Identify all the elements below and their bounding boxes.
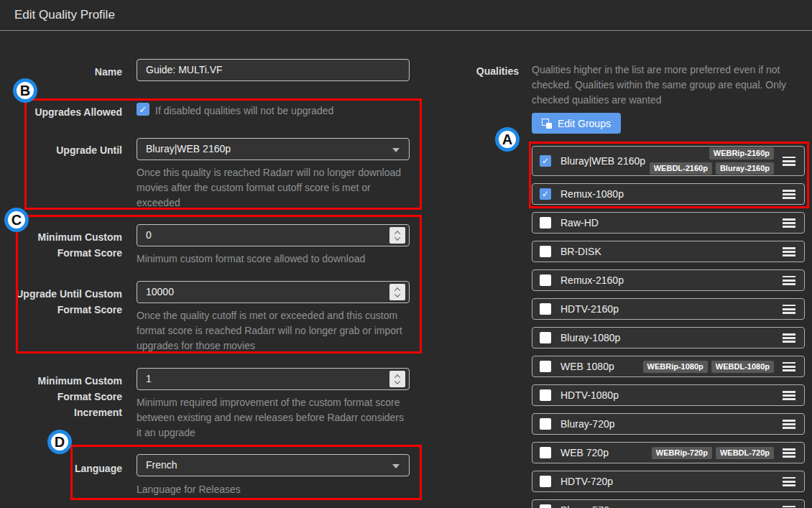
language-select[interactable]: French (137, 454, 410, 476)
quality-checkbox[interactable] (540, 303, 551, 315)
min-custom-format-score-increment-label: Minimum Custom Format Score Increment (0, 373, 122, 420)
quality-item[interactable]: HDTV-1080p (532, 384, 805, 406)
annotation-circle-c: C (4, 208, 29, 232)
quality-item[interactable]: Bluray-1080p (532, 327, 805, 348)
quality-badge: WEBRip-2160p (709, 147, 774, 160)
drag-handle-icon[interactable] (783, 157, 795, 166)
quality-badges: WEBRip-2160pWEBDL-2160pBluray-2160p (645, 147, 774, 175)
quality-checkbox[interactable] (540, 418, 551, 430)
upgrade-until-label: Upgrade Until (0, 142, 122, 158)
upgrades-allowed-label: Upgrades Allowed (0, 104, 122, 120)
modal-header: Edit Quality Profile (0, 0, 812, 31)
upgrade-until-custom-format-score-value: 10000 (146, 286, 174, 297)
quality-badge: Bluray-2160p (716, 162, 774, 175)
quality-label: Remux-1080p (560, 188, 624, 200)
quality-checkbox[interactable] (540, 476, 551, 487)
quality-checkbox[interactable] (540, 246, 551, 257)
quality-item[interactable]: Bluray-720p (532, 413, 805, 435)
language-value: French (146, 459, 177, 471)
quality-item[interactable]: HDTV-2160p (532, 298, 805, 320)
upgrades-allowed-checkbox[interactable] (137, 103, 149, 116)
upgrades-allowed-helper: If disabled qualities will not be upgrad… (155, 104, 333, 117)
upgrade-until-help: Once this quality is reached Radarr will… (137, 165, 411, 211)
up-down-chevron-icon[interactable] (389, 371, 405, 387)
annotation-circle-a: A (495, 127, 520, 152)
quality-checkbox[interactable] (540, 389, 551, 401)
drag-handle-icon[interactable] (783, 362, 795, 371)
quality-badge: WEBRip-720p (652, 447, 712, 459)
quality-label: WEB 1080p (560, 361, 614, 372)
quality-item[interactable]: Bluray-576p (532, 499, 805, 508)
quality-item[interactable]: WEB 720pWEBRip-720pWEBDL-720p (532, 442, 805, 463)
quality-checkbox[interactable] (540, 504, 551, 508)
quality-item[interactable]: BR-DISK (532, 241, 805, 262)
quality-label: BR-DISK (560, 246, 601, 257)
upgrade-until-custom-format-score-input[interactable]: 10000 (137, 281, 410, 303)
quality-checkbox[interactable] (540, 188, 551, 200)
qualities-list: Bluray|WEB 2160pWEBRip-2160pWEBDL-2160pB… (532, 146, 805, 508)
quality-item[interactable]: HDTV-720p (532, 471, 805, 492)
quality-label: Bluray-576p (560, 504, 615, 508)
up-down-chevron-icon[interactable] (389, 284, 405, 300)
quality-item[interactable]: WEB 1080pWEBRip-1080pWEBDL-1080p (532, 356, 805, 377)
quality-label: WEB 720p (560, 447, 609, 458)
qualities-label: Qualities (453, 65, 519, 77)
quality-badge: WEBDL-2160p (650, 162, 712, 175)
edit-groups-button[interactable]: Edit Groups (532, 113, 621, 134)
drag-handle-icon[interactable] (783, 218, 795, 228)
quality-checkbox[interactable] (540, 332, 551, 343)
upgrade-until-value: Bluray|WEB 2160p (146, 143, 231, 154)
caret-down-icon (392, 464, 400, 468)
quality-badge: WEBDL-1080p (711, 361, 774, 373)
quality-label: Bluray|WEB 2160p (560, 155, 645, 167)
drag-handle-icon[interactable] (783, 506, 795, 508)
quality-label: HDTV-720p (560, 476, 613, 487)
drag-handle-icon[interactable] (783, 391, 795, 400)
drag-handle-icon[interactable] (783, 305, 795, 314)
quality-badge: WEBRip-1080p (643, 361, 708, 373)
quality-checkbox[interactable] (540, 155, 551, 167)
quality-checkbox[interactable] (540, 217, 551, 228)
drag-handle-icon[interactable] (783, 276, 795, 285)
min-custom-format-score-increment-input[interactable]: 1 (137, 368, 410, 390)
upgrade-until-custom-format-score-help: Once the quality cutoff is met or exceed… (137, 308, 411, 354)
up-down-chevron-icon[interactable] (389, 227, 405, 244)
quality-label: Bluray-1080p (560, 332, 620, 343)
quality-label: Remux-2160p (560, 274, 624, 286)
min-custom-format-score-input[interactable]: 0 (137, 224, 410, 246)
page-title: Edit Quality Profile (14, 0, 115, 30)
quality-label: HDTV-2160p (560, 303, 619, 315)
drag-handle-icon[interactable] (783, 333, 795, 343)
quality-label: HDTV-1080p (560, 389, 619, 401)
quality-checkbox[interactable] (540, 361, 551, 372)
upgrade-until-custom-format-score-label: Upgrade Until Custom Format Score (0, 286, 122, 318)
annotation-circle-d: D (47, 430, 72, 454)
clone-icon (542, 119, 552, 129)
quality-item[interactable]: Remux-2160p (532, 269, 805, 291)
quality-item[interactable]: Remux-1080p (532, 183, 805, 205)
min-custom-format-score-value: 0 (146, 229, 152, 241)
caret-down-icon (392, 148, 400, 152)
quality-checkbox[interactable] (540, 447, 551, 458)
drag-handle-icon[interactable] (783, 420, 795, 429)
quality-badges: WEBRip-720pWEBDL-720p (652, 447, 774, 459)
quality-badges: WEBRip-1080pWEBDL-1080p (643, 361, 774, 373)
language-label: Language (0, 461, 122, 476)
quality-label: Raw-HD (560, 217, 599, 228)
drag-handle-icon[interactable] (783, 448, 795, 458)
quality-item[interactable]: Bluray|WEB 2160pWEBRip-2160pWEBDL-2160pB… (532, 146, 805, 176)
upgrade-until-select[interactable]: Bluray|WEB 2160p (137, 138, 410, 160)
name-input[interactable]: Guide: MULTi.VF (137, 59, 410, 81)
quality-item[interactable]: Raw-HD (532, 212, 805, 234)
annotation-circle-b: B (13, 78, 37, 103)
min-custom-format-score-help: Minimum custom format score allowed to d… (137, 251, 411, 267)
quality-label: Bluray-720p (560, 418, 615, 430)
drag-handle-icon[interactable] (783, 247, 795, 257)
quality-badge: WEBDL-720p (716, 447, 774, 459)
drag-handle-icon[interactable] (783, 477, 795, 486)
drag-handle-icon[interactable] (783, 190, 795, 199)
name-label: Name (0, 64, 122, 80)
quality-checkbox[interactable] (540, 274, 551, 286)
min-custom-format-score-increment-help: Minimum required improvement of the cust… (137, 395, 411, 440)
edit-groups-label: Edit Groups (558, 118, 611, 129)
